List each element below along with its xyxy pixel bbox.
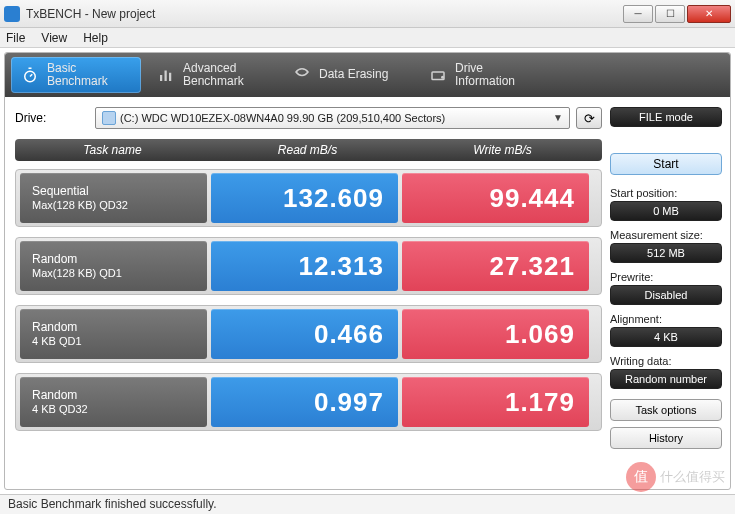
results-rows: Sequential Max(128 KB) QD32 132.609 99.4… (15, 169, 602, 431)
task-name-line1: Sequential (32, 184, 207, 199)
chevron-down-icon: ▼ (553, 112, 563, 123)
tab-advanced-benchmark[interactable]: AdvancedBenchmark (147, 57, 277, 93)
tab-data-erasing[interactable]: Data Erasing (283, 57, 413, 93)
task-name-line1: Random (32, 388, 207, 403)
result-row-random-4k-qd1: Random 4 KB QD1 0.466 1.069 (15, 305, 602, 363)
disk-icon (102, 111, 116, 125)
refresh-button[interactable]: ⟳ (576, 107, 602, 129)
erase-icon (293, 66, 311, 84)
drive-select-value: (C:) WDC WD10EZEX-08WN4A0 99.90 GB (209,… (120, 112, 445, 124)
stopwatch-icon (21, 66, 39, 84)
start-position-label: Start position: (610, 187, 722, 199)
file-mode-button[interactable]: FILE mode (610, 107, 722, 127)
task-cell: Sequential Max(128 KB) QD32 (20, 173, 207, 223)
tab-basic-benchmark[interactable]: BasicBenchmark (11, 57, 141, 93)
title-bar: TxBENCH - New project ─ ☐ ✕ (0, 0, 735, 28)
main-panel: Drive: (C:) WDC WD10EZEX-08WN4A0 99.90 G… (15, 107, 602, 483)
window-title: TxBENCH - New project (26, 7, 621, 21)
drive-row: Drive: (C:) WDC WD10EZEX-08WN4A0 99.90 G… (15, 107, 602, 129)
tab-label: BasicBenchmark (47, 62, 108, 88)
task-name-line2: 4 KB QD32 (32, 403, 207, 417)
status-bar: Basic Benchmark finished successfully. (0, 494, 735, 514)
read-value: 132.609 (211, 173, 398, 223)
write-value: 1.179 (402, 377, 589, 427)
close-button[interactable]: ✕ (687, 5, 731, 23)
prewrite-value[interactable]: Disabled (610, 285, 722, 305)
tab-label: Data Erasing (319, 68, 388, 81)
write-value: 99.444 (402, 173, 589, 223)
body: Drive: (C:) WDC WD10EZEX-08WN4A0 99.90 G… (5, 97, 730, 489)
header-read: Read mB/s (210, 143, 405, 157)
write-value: 1.069 (402, 309, 589, 359)
start-button[interactable]: Start (610, 153, 722, 175)
writing-data-label: Writing data: (610, 355, 722, 367)
write-value: 27.321 (402, 241, 589, 291)
refresh-icon: ⟳ (584, 111, 595, 126)
tab-label: DriveInformation (455, 62, 515, 88)
task-name-line2: 4 KB QD1 (32, 335, 207, 349)
menu-view[interactable]: View (41, 31, 67, 45)
task-name-line1: Random (32, 320, 207, 335)
start-position-value[interactable]: 0 MB (610, 201, 722, 221)
task-name-line2: Max(128 KB) QD1 (32, 267, 207, 281)
alignment-value[interactable]: 4 KB (610, 327, 722, 347)
alignment-label: Alignment: (610, 313, 722, 325)
svg-rect-1 (160, 75, 162, 81)
window-controls: ─ ☐ ✕ (621, 5, 731, 23)
drive-select[interactable]: (C:) WDC WD10EZEX-08WN4A0 99.90 GB (209,… (95, 107, 570, 129)
task-name-line1: Random (32, 252, 207, 267)
tab-bar: BasicBenchmark AdvancedBenchmark Data Er… (5, 53, 730, 97)
tab-label: AdvancedBenchmark (183, 62, 244, 88)
task-cell: Random 4 KB QD32 (20, 377, 207, 427)
tab-drive-information[interactable]: DriveInformation (419, 57, 549, 93)
result-row-random-4k-qd32: Random 4 KB QD32 0.997 1.179 (15, 373, 602, 431)
result-row-sequential: Sequential Max(128 KB) QD32 132.609 99.4… (15, 169, 602, 227)
menu-bar: File View Help (0, 28, 735, 48)
header-task: Task name (15, 143, 210, 157)
read-value: 12.313 (211, 241, 398, 291)
app-icon (4, 6, 20, 22)
results-header: Task name Read mB/s Write mB/s (15, 139, 602, 161)
prewrite-label: Prewrite: (610, 271, 722, 283)
menu-file[interactable]: File (6, 31, 25, 45)
maximize-button[interactable]: ☐ (655, 5, 685, 23)
svg-point-5 (442, 77, 444, 79)
measurement-size-label: Measurement size: (610, 229, 722, 241)
header-write: Write mB/s (405, 143, 600, 157)
minimize-button[interactable]: ─ (623, 5, 653, 23)
writing-data-value[interactable]: Random number (610, 369, 722, 389)
drive-icon (429, 66, 447, 84)
drive-label: Drive: (15, 111, 95, 125)
result-row-random-128-qd1: Random Max(128 KB) QD1 12.313 27.321 (15, 237, 602, 295)
bars-icon (157, 66, 175, 84)
task-name-line2: Max(128 KB) QD32 (32, 199, 207, 213)
svg-rect-3 (169, 73, 171, 81)
task-cell: Random 4 KB QD1 (20, 309, 207, 359)
svg-rect-2 (165, 71, 167, 82)
history-button[interactable]: History (610, 427, 722, 449)
measurement-size-value[interactable]: 512 MB (610, 243, 722, 263)
read-value: 0.466 (211, 309, 398, 359)
read-value: 0.997 (211, 377, 398, 427)
task-cell: Random Max(128 KB) QD1 (20, 241, 207, 291)
menu-help[interactable]: Help (83, 31, 108, 45)
side-panel: FILE mode Start Start position: 0 MB Mea… (610, 107, 722, 483)
client-area: BasicBenchmark AdvancedBenchmark Data Er… (4, 52, 731, 490)
task-options-button[interactable]: Task options (610, 399, 722, 421)
